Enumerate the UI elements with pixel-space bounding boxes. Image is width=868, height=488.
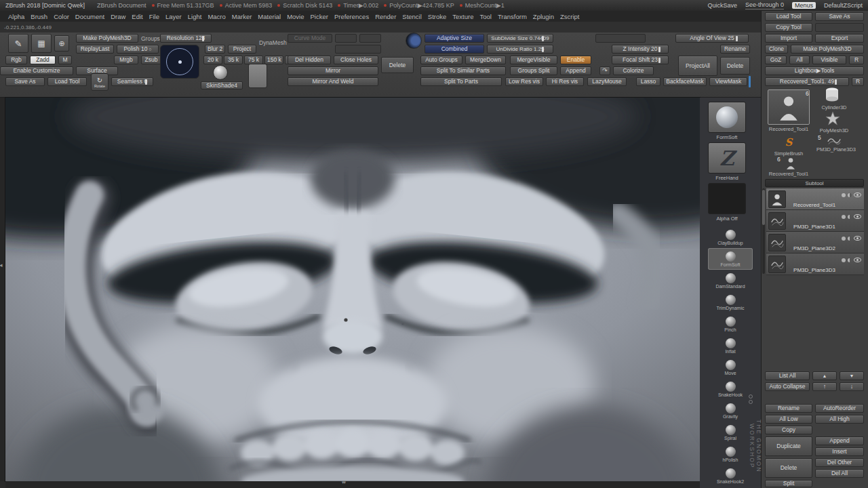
subtool-delete-button[interactable]: Delete (765, 458, 812, 478)
all-low-button[interactable]: All Low (765, 415, 812, 424)
split-to-similar-parts-button[interactable]: Split To Similar Parts (420, 66, 506, 75)
adaptive-size-button[interactable]: Adaptive Size (425, 34, 484, 43)
material-sphere-icon[interactable] (213, 65, 228, 80)
polypaint-icon[interactable] (842, 258, 846, 262)
subtool-append-button[interactable]: Append (815, 436, 864, 445)
auto-groups-button[interactable]: Auto Groups (420, 56, 462, 64)
poly-count-button[interactable]: 20 k (203, 56, 222, 64)
stroke-thumbnail[interactable]: Z (708, 142, 746, 174)
project-all-button[interactable]: ProjectAll (678, 56, 717, 76)
subdivide-size-slider[interactable]: SubDivide Size 0.74409 (487, 34, 553, 43)
recovered-tool-thumbnail[interactable] (784, 156, 797, 169)
rename-button-shelf[interactable]: Rename (720, 45, 750, 54)
tool-save-as-button[interactable]: Save As (815, 12, 864, 21)
blur-slider[interactable]: Blur 2 (205, 45, 225, 54)
uv-toggle-icon[interactable] (848, 237, 852, 241)
active-tool-thumbnail[interactable] (768, 89, 810, 125)
polypaint-icon[interactable] (842, 237, 846, 241)
auto-collapse-button[interactable]: Auto Collapse (765, 382, 810, 391)
focal-shift-slider[interactable]: Focal Shift 23 (612, 56, 669, 64)
project-button[interactable]: Project (228, 45, 256, 54)
mirror-and-weld-button[interactable]: Mirror And Weld (288, 77, 378, 86)
copy-tool-button[interactable]: Copy Tool (765, 23, 812, 32)
enable-button[interactable]: Enable (560, 56, 591, 64)
poly-count-button[interactable]: 35 k (224, 56, 243, 64)
brush-item[interactable]: DamStandard (708, 270, 753, 291)
low-res-vis-button[interactable]: Low Res vis (505, 77, 543, 86)
backface-mask-button[interactable]: BackfaceMask (663, 77, 707, 86)
delete-button-shelf[interactable]: Delete (720, 57, 750, 75)
colorize-arrow-icon[interactable] (599, 66, 610, 75)
menu-item[interactable]: Macro (205, 12, 228, 21)
delete-button-mid[interactable]: Delete (381, 57, 414, 73)
undivide-ratio-slider[interactable]: UnDivide Ratio 1.25 (487, 45, 553, 54)
mirror-button[interactable]: Mirror (288, 66, 378, 75)
curve-mode-button[interactable]: Curve Mode (288, 34, 332, 43)
menu-item[interactable]: Material (255, 12, 283, 21)
mrgb-button[interactable]: Mrgb (114, 56, 138, 64)
default-zscript-button[interactable]: DefaultZScript (824, 2, 863, 9)
color-swatch[interactable] (248, 64, 267, 88)
subtool-item[interactable]: Recovered_Tool1 (766, 188, 864, 210)
goz-visible-button[interactable]: Visible (812, 56, 846, 64)
polypaint-icon[interactable] (842, 215, 846, 219)
list-all-button[interactable]: List All (765, 371, 810, 380)
brush-item[interactable]: Move (708, 357, 753, 378)
menu-item[interactable]: Texture (450, 12, 476, 21)
uv-toggle-icon[interactable] (848, 258, 852, 262)
subtool-section-header[interactable]: Subtool (765, 179, 864, 187)
visibility-eye-icon[interactable] (854, 214, 861, 219)
menu-item[interactable]: Zplugin (530, 12, 557, 21)
uv-toggle-icon[interactable] (848, 193, 852, 197)
split-to-parts-button[interactable]: Split To Parts (420, 77, 502, 86)
stroke-preview-widget[interactable] (160, 45, 199, 79)
menu-item[interactable]: Edit (129, 12, 145, 21)
tool-load-button[interactable]: Load Tool (765, 12, 812, 21)
menu-item[interactable]: Movie (284, 12, 307, 21)
groups-split-button[interactable]: Groups Split (510, 66, 557, 75)
subtool-shift-up-button[interactable] (812, 382, 837, 391)
subtool-item[interactable]: PM3D_Plane3D3 (766, 253, 864, 275)
canvas-left-scroll-arrow[interactable]: ◂ (0, 262, 3, 268)
subtool-copy-button[interactable]: Copy (765, 426, 812, 434)
hi-res-vis-button[interactable]: Hi Res vis (546, 77, 584, 86)
rgb-button[interactable]: Rgb (5, 56, 27, 64)
lightbox-tools-button[interactable]: Lightbox▶Tools (765, 66, 864, 75)
subtool-item[interactable]: PM3D_Plane3D2 (766, 232, 864, 253)
active-tool-slider[interactable]: Recovered_Tool1. 49 (765, 77, 849, 86)
menu-item[interactable]: Brush (28, 12, 50, 21)
brush-item[interactable]: TrimDynamic (708, 291, 753, 313)
canvas-scroll-handle[interactable]: ▾▾ (342, 480, 345, 485)
del-other-button[interactable]: Del Other (815, 458, 864, 467)
save-as-button[interactable]: Save As (5, 77, 45, 86)
menus-toggle-button[interactable]: Menus (792, 2, 816, 9)
merge-down-button[interactable]: MergeDown (465, 56, 506, 64)
menu-item[interactable]: Document (73, 12, 107, 21)
gizmo-button[interactable] (54, 35, 69, 52)
material-select-button[interactable]: SkinShade4 (201, 81, 243, 89)
draw-mode-button[interactable] (31, 34, 52, 53)
menu-item[interactable]: Tool (477, 12, 494, 21)
duplicate-button[interactable]: Duplicate (765, 436, 812, 456)
angle-of-view-slider[interactable]: Angle Of View 25 (675, 34, 749, 43)
merge-visible-button[interactable]: MergeVisible (510, 56, 557, 64)
subtool-item[interactable]: PM3D_Plane3D1 (766, 210, 864, 232)
alpha-thumbnail[interactable] (708, 183, 746, 214)
split-button[interactable]: Split (765, 480, 812, 487)
autoreorder-button[interactable]: AutoReorder (815, 404, 864, 413)
subtool-scrollbar[interactable] (762, 188, 765, 274)
menu-item[interactable]: Picker (308, 12, 331, 21)
subtool-shift-down-button[interactable] (840, 382, 864, 391)
menu-item[interactable]: Preferences (332, 12, 372, 21)
m-button[interactable]: M (58, 56, 72, 64)
del-hidden-button[interactable]: Del Hidden (288, 56, 331, 64)
menu-item[interactable]: File (146, 12, 162, 21)
export-button[interactable]: Export (815, 34, 864, 43)
menu-item[interactable]: Stroke (425, 12, 449, 21)
zsub-button[interactable]: Zsub (141, 56, 161, 64)
z-intensity-slider[interactable]: Z Intensity 20 (612, 45, 669, 54)
goz-button[interactable]: GoZ (765, 56, 787, 64)
visibility-eye-icon[interactable] (854, 236, 861, 241)
load-tool-button[interactable]: Load Tool (47, 77, 87, 86)
enable-customize-button[interactable]: Enable Customize (0, 66, 73, 75)
